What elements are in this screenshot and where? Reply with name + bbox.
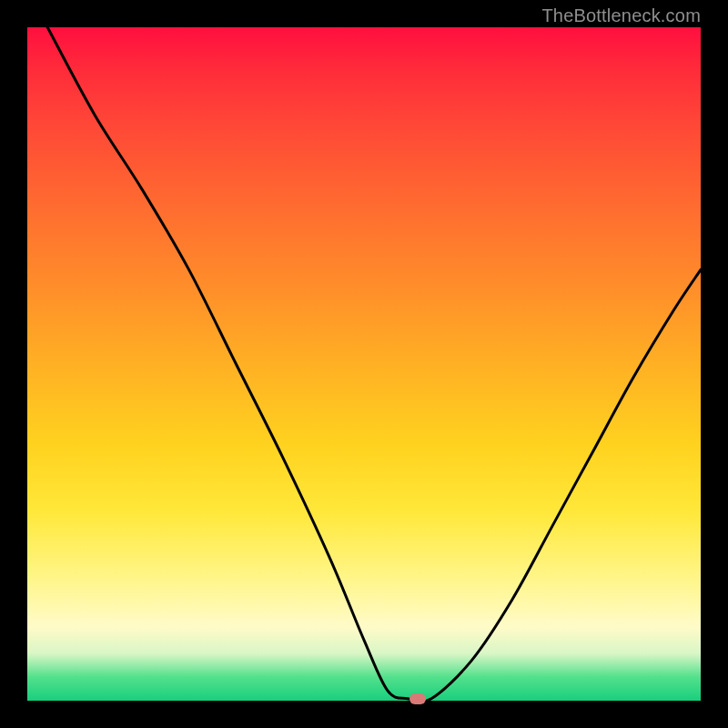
- optimum-marker: [410, 693, 426, 704]
- plot-area: [27, 27, 701, 701]
- watermark-text: TheBottleneck.com: [541, 5, 701, 26]
- bottleneck-curve: [27, 27, 701, 701]
- chart-frame: TheBottleneck.com: [0, 0, 728, 728]
